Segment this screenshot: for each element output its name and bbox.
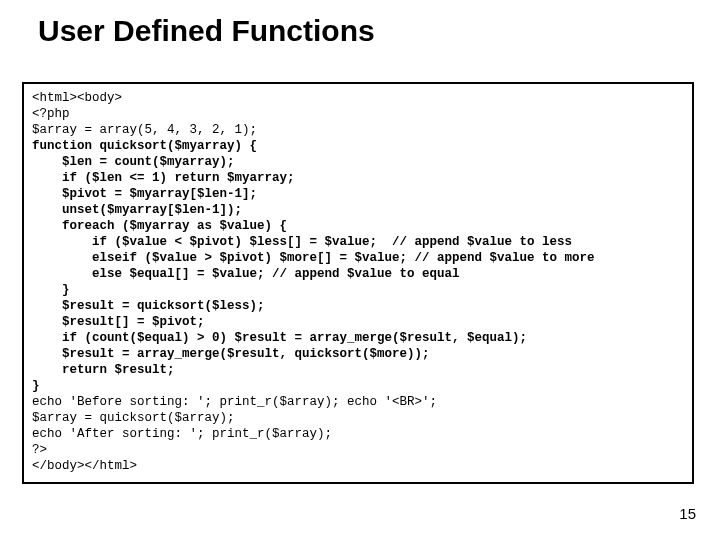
- code-line: if ($value < $pivot) $less[] = $value; /…: [32, 235, 572, 249]
- code-box: <html><body> <?php $array = array(5, 4, …: [22, 82, 694, 484]
- code-line: ?>: [32, 443, 47, 457]
- code-line: <?php: [32, 107, 70, 121]
- slide: User Defined Functions <html><body> <?ph…: [0, 0, 720, 540]
- code-line: echo 'After sorting: '; print_r($array);: [32, 427, 332, 441]
- code-line: elseif ($value > $pivot) $more[] = $valu…: [32, 251, 595, 265]
- code-line: return $result;: [32, 363, 175, 377]
- code-line: $array = quicksort($array);: [32, 411, 235, 425]
- code-line: $pivot = $myarray[$len-1];: [32, 187, 257, 201]
- code-line: if ($len <= 1) return $myarray;: [32, 171, 295, 185]
- code-line: $array = array(5, 4, 3, 2, 1);: [32, 123, 257, 137]
- code-line: $len = count($myarray);: [32, 155, 235, 169]
- code-line: }: [32, 283, 70, 297]
- code-line: foreach ($myarray as $value) {: [32, 219, 287, 233]
- code-line: </body></html>: [32, 459, 137, 473]
- code-block: <html><body> <?php $array = array(5, 4, …: [32, 90, 684, 474]
- code-line: $result[] = $pivot;: [32, 315, 205, 329]
- code-line: echo 'Before sorting: '; print_r($array)…: [32, 395, 437, 409]
- code-line: $result = quicksort($less);: [32, 299, 265, 313]
- code-line: if (count($equal) > 0) $result = array_m…: [32, 331, 527, 345]
- code-line: function quicksort($myarray) {: [32, 139, 257, 153]
- code-line: else $equal[] = $value; // append $value…: [32, 267, 460, 281]
- page-number: 15: [679, 505, 696, 522]
- code-line: }: [32, 379, 40, 393]
- code-line: <html><body>: [32, 91, 122, 105]
- code-line: unset($myarray[$len-1]);: [32, 203, 242, 217]
- code-line: $result = array_merge($result, quicksort…: [32, 347, 430, 361]
- page-title: User Defined Functions: [38, 14, 375, 48]
